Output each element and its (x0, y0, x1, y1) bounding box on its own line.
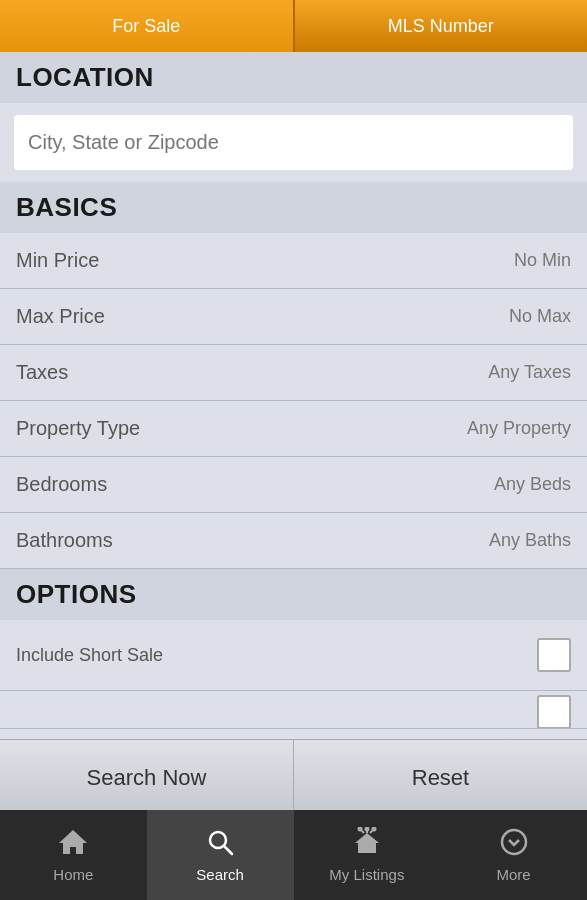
svg-marker-3 (355, 833, 379, 853)
foreclosure-checkbox-partial[interactable] (537, 695, 571, 729)
property-type-label: Property Type (16, 417, 140, 440)
search-now-button[interactable]: Search Now (0, 740, 294, 816)
svg-point-7 (358, 828, 361, 831)
svg-marker-0 (59, 830, 87, 854)
max-price-label: Max Price (16, 305, 105, 328)
taxes-row[interactable]: Taxes Any Taxes (0, 345, 587, 401)
nav-item-my-listings[interactable]: My Listings (294, 810, 441, 900)
short-sale-label: Include Short Sale (16, 645, 163, 666)
basics-section-header: BASICS (0, 182, 587, 233)
for-sale-tab[interactable]: For Sale (0, 0, 293, 52)
min-price-value: No Min (514, 250, 571, 271)
location-section-header: LOCATION (0, 52, 587, 103)
bathrooms-label: Bathrooms (16, 529, 113, 552)
location-input[interactable] (14, 115, 573, 170)
nav-listings-label: My Listings (329, 866, 404, 883)
location-section (0, 103, 587, 182)
nav-item-home[interactable]: Home (0, 810, 147, 900)
max-price-value: No Max (509, 306, 571, 327)
bedrooms-row[interactable]: Bedrooms Any Beds (0, 457, 587, 513)
options-section: OPTIONS Include Short Sale (0, 569, 587, 739)
bottom-nav: Home Search My Listings (0, 810, 587, 900)
nav-more-label: More (497, 866, 531, 883)
foreclosure-row-partial[interactable] (0, 691, 587, 729)
more-icon (499, 827, 529, 862)
bedrooms-label: Bedrooms (16, 473, 107, 496)
listings-icon (352, 827, 382, 862)
nav-home-label: Home (53, 866, 93, 883)
property-type-row[interactable]: Property Type Any Property (0, 401, 587, 457)
min-price-row[interactable]: Min Price No Min (0, 233, 587, 289)
mls-number-tab[interactable]: MLS Number (293, 0, 588, 52)
action-buttons: Search Now Reset (0, 739, 587, 817)
svg-point-9 (365, 828, 368, 831)
svg-point-10 (502, 830, 526, 854)
top-tabs: For Sale MLS Number (0, 0, 587, 52)
search-icon (205, 827, 235, 862)
taxes-value: Any Taxes (488, 362, 571, 383)
min-price-label: Min Price (16, 249, 99, 272)
bedrooms-value: Any Beds (494, 474, 571, 495)
short-sale-checkbox[interactable] (537, 638, 571, 672)
property-type-value: Any Property (467, 418, 571, 439)
basics-section: Min Price No Min Max Price No Max Taxes … (0, 233, 587, 569)
options-section-header: OPTIONS (0, 569, 587, 620)
nav-search-label: Search (196, 866, 244, 883)
svg-point-8 (372, 828, 375, 831)
max-price-row[interactable]: Max Price No Max (0, 289, 587, 345)
short-sale-row[interactable]: Include Short Sale (0, 620, 587, 691)
taxes-label: Taxes (16, 361, 68, 384)
bathrooms-row[interactable]: Bathrooms Any Baths (0, 513, 587, 569)
svg-line-2 (224, 846, 232, 854)
nav-item-search[interactable]: Search (147, 810, 294, 900)
bathrooms-value: Any Baths (489, 530, 571, 551)
reset-button[interactable]: Reset (294, 740, 587, 816)
home-icon (58, 827, 88, 862)
nav-item-more[interactable]: More (440, 810, 587, 900)
